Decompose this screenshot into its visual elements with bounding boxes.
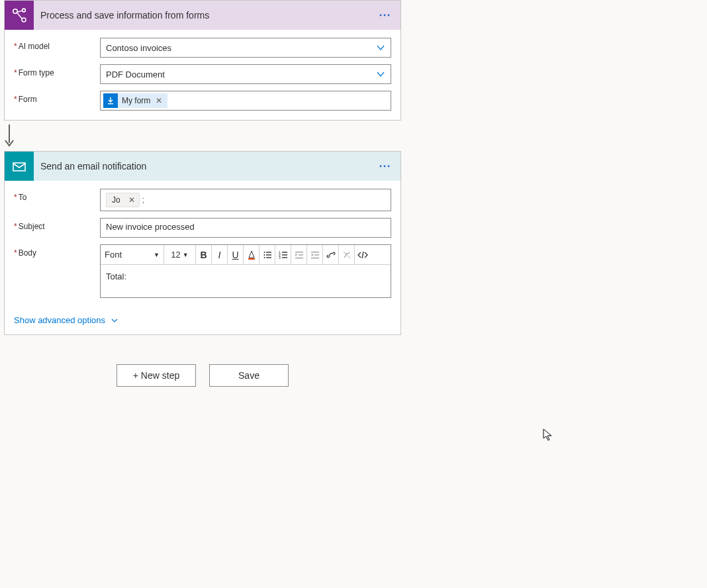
to-label: *To <box>14 189 100 202</box>
save-button[interactable]: Save <box>209 364 289 387</box>
ai-builder-icon <box>5 1 34 30</box>
underline-button[interactable]: U <box>228 245 244 265</box>
remove-token-icon[interactable]: ✕ <box>154 97 164 105</box>
onedrive-file-icon <box>103 93 118 108</box>
step-email-card: Send an email notification *To Jo ✕ <box>4 151 401 335</box>
step-process-forms-card: Process and save information from forms … <box>4 0 401 121</box>
recipient-pill[interactable]: Jo ✕ <box>106 193 140 207</box>
body-textarea[interactable]: Total: <box>101 265 391 297</box>
svg-rect-26 <box>295 258 303 258</box>
recipient-separator: ; <box>142 195 144 205</box>
svg-point-5 <box>388 15 390 17</box>
svg-rect-17 <box>266 257 271 258</box>
svg-rect-21 <box>282 254 287 255</box>
body-label: *Body <box>14 244 100 258</box>
ai-model-select[interactable]: Contoso invoices <box>100 38 391 58</box>
form-input[interactable]: My form ✕ <box>100 91 391 111</box>
svg-text:3: 3 <box>279 256 281 260</box>
recipient-pill-label: Jo <box>112 195 120 205</box>
form-type-label: *Form type <box>14 64 100 77</box>
ai-model-label: *AI model <box>14 38 100 51</box>
show-advanced-options-link[interactable]: Show advanced options <box>5 307 128 334</box>
bold-button[interactable]: B <box>196 245 212 265</box>
svg-rect-27 <box>311 252 319 252</box>
bullet-list-button[interactable] <box>259 245 275 265</box>
new-step-button[interactable]: + New step <box>117 364 196 387</box>
font-color-button[interactable] <box>244 245 259 265</box>
remove-recipient-icon[interactable]: ✕ <box>126 195 138 205</box>
to-input[interactable]: Jo ✕ ; <box>100 189 391 211</box>
svg-point-8 <box>380 166 382 168</box>
step-menu-button[interactable] <box>375 6 394 24</box>
svg-point-10 <box>388 166 390 168</box>
svg-point-9 <box>384 166 386 168</box>
font-select[interactable]: Font ▼ <box>101 245 164 265</box>
chevron-down-icon <box>376 70 385 79</box>
svg-rect-6 <box>108 103 113 104</box>
svg-rect-23 <box>282 257 287 258</box>
svg-point-4 <box>384 15 386 17</box>
svg-rect-13 <box>266 252 271 252</box>
chevron-down-icon <box>376 43 385 52</box>
svg-rect-24 <box>295 252 303 252</box>
code-view-button[interactable] <box>355 245 371 265</box>
svg-rect-15 <box>266 254 271 255</box>
mouse-cursor-icon <box>543 428 553 442</box>
svg-rect-29 <box>311 258 319 258</box>
svg-point-1 <box>23 9 26 12</box>
step-process-header[interactable]: Process and save information from forms <box>5 1 401 30</box>
form-token-label: My form <box>122 96 150 105</box>
editor-toolbar: Font ▼ 12 ▼ B I U <box>101 245 391 265</box>
unlink-button[interactable] <box>339 245 355 265</box>
form-type-value: PDF Document <box>106 70 376 79</box>
svg-rect-28 <box>314 254 319 255</box>
ai-model-value: Contoso invoices <box>106 43 376 53</box>
subject-label: *Subject <box>14 218 100 231</box>
body-text: Total: <box>106 271 126 281</box>
body-editor: Font ▼ 12 ▼ B I U <box>100 244 391 298</box>
indent-button[interactable] <box>307 245 323 265</box>
svg-rect-25 <box>299 254 303 255</box>
subject-input[interactable]: New invoice processed <box>100 218 391 238</box>
svg-rect-19 <box>282 252 287 252</box>
step-email-header[interactable]: Send an email notification <box>5 152 401 181</box>
subject-value: New invoice processed <box>106 222 195 232</box>
link-button[interactable] <box>323 245 339 265</box>
svg-point-3 <box>380 15 382 17</box>
outdent-button[interactable] <box>291 245 307 265</box>
svg-point-16 <box>263 257 265 258</box>
font-size-select[interactable]: 12 ▼ <box>164 245 196 265</box>
designer-actions: + New step Save <box>4 364 401 387</box>
step-title: Process and save information from forms <box>40 10 369 21</box>
svg-rect-11 <box>248 258 255 260</box>
italic-button[interactable]: I <box>212 245 228 265</box>
svg-point-12 <box>263 252 265 253</box>
form-token[interactable]: My form ✕ <box>103 93 167 108</box>
flow-connector-arrow <box>4 121 401 151</box>
number-list-button[interactable]: 123 <box>275 245 291 265</box>
step-menu-button[interactable] <box>375 157 394 175</box>
mail-icon <box>5 152 34 181</box>
step-title: Send an email notification <box>40 161 369 172</box>
svg-point-14 <box>263 254 265 256</box>
form-label: *Form <box>14 91 100 104</box>
chevron-down-icon <box>111 317 118 324</box>
form-type-select[interactable]: PDF Document <box>100 64 391 84</box>
svg-rect-7 <box>13 163 25 171</box>
